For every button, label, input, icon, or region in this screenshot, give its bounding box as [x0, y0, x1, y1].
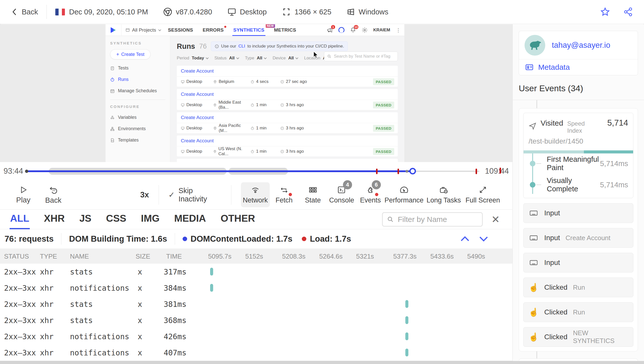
back-button[interactable]: Back	[11, 8, 38, 16]
sidebar-item-manage-schedules[interactable]: Manage Schedules	[110, 85, 165, 97]
playhead-handle[interactable]	[409, 168, 416, 174]
input-event-card[interactable]: Input	[523, 203, 633, 223]
long-tasks-panel-button[interactable]: Long Tasks	[423, 182, 464, 207]
network-panel-button[interactable]: Network	[241, 182, 270, 207]
filter-period-dropdown[interactable]: Today	[192, 56, 208, 61]
user-menu[interactable]: KRAIEM	[373, 28, 390, 33]
run-test-name-link[interactable]: Create Account	[177, 89, 398, 100]
state-panel-button[interactable]: State	[299, 182, 327, 207]
network-tab-xhr[interactable]: XHR	[44, 213, 65, 229]
id-card-icon	[525, 63, 534, 72]
filter-type-dropdown[interactable]: All	[257, 56, 266, 61]
playback-speed-button[interactable]: 3x	[140, 190, 149, 199]
full-screen-button[interactable]: Full Screen	[464, 182, 501, 207]
fetch-alert-dot	[289, 193, 292, 196]
network-table-body: 2xx–3xx xhr stats x 317ms 2xx–3xx xhr no…	[0, 264, 512, 361]
network-tab-media[interactable]: MEDIA	[174, 213, 206, 229]
network-request-row[interactable]: 2xx–3xx xhr notifications x 384ms	[0, 280, 512, 296]
sidebar-item-tests[interactable]: Tests	[110, 62, 165, 74]
sidebar-item-variables[interactable]: Variables	[110, 112, 165, 123]
run-card[interactable]: Create Account Desktop Belgium 4 secs 27…	[177, 66, 398, 87]
run-device: Desktop	[181, 126, 213, 131]
input-event-card[interactable]: InputCreate Account	[523, 228, 633, 248]
network-request-row[interactable]: 2xx–3xx xhr stats x 317ms	[0, 264, 512, 280]
request-type: xhr	[40, 348, 54, 357]
jump-next-button[interactable]	[478, 235, 489, 243]
request-size: x	[138, 284, 142, 292]
filter-value: All	[229, 56, 235, 61]
tab-synthetics[interactable]: SYNTHETICSNEW	[233, 24, 264, 36]
network-request-row[interactable]: 2xx–3xx xhr stats x 368ms	[0, 312, 512, 328]
run-status-badge: PASSED	[373, 102, 394, 108]
events-panel-button[interactable]: Events 6	[356, 182, 385, 207]
back-10-button[interactable]: 10 Back	[41, 185, 66, 204]
run-card[interactable]: Create Account Desktop Asia Pacific (M..…	[177, 112, 398, 133]
request-time: 407ms	[164, 348, 186, 357]
run-card[interactable]: Create Account Desktop Canada (Centra...…	[177, 159, 398, 162]
sidebar-item-templates[interactable]: Templates	[110, 134, 165, 146]
user-avatar	[525, 35, 545, 56]
sidebar-item-runs[interactable]: Runs	[110, 74, 165, 85]
announcements-button[interactable]: 1	[327, 27, 333, 33]
sidebar-item-environments[interactable]: Environments	[110, 123, 165, 134]
network-tabs: ALL XHR JS CSS IMG MEDIA OTHER Filter by…	[0, 210, 512, 229]
network-tab-other[interactable]: OTHER	[220, 213, 255, 229]
timeline-track[interactable]	[26, 167, 480, 176]
request-time: 426ms	[164, 332, 186, 341]
timeline-event-marker[interactable]	[398, 169, 399, 174]
settings-gear-button[interactable]	[362, 27, 368, 33]
filter-status-dropdown[interactable]: All	[229, 56, 238, 61]
tab-metrics[interactable]: METRICS	[274, 24, 296, 36]
notifications-bell-button[interactable]: 13	[350, 27, 356, 33]
timeline-event-marker[interactable]	[476, 169, 477, 174]
share-button[interactable]	[623, 7, 633, 17]
run-card[interactable]: Create Account Desktop Middle East (Ba..…	[177, 89, 398, 110]
test-search-input[interactable]: Search by Test Name or #Tag	[324, 52, 398, 61]
network-request-row[interactable]: 2xx–3xx xhr notifications x 426ms	[0, 328, 512, 345]
filter-device-dropdown[interactable]: All	[288, 56, 298, 61]
divider	[61, 233, 61, 245]
network-table: STATUS TYPE NAME SIZE TIME 5095.7s 5152s…	[0, 248, 512, 361]
run-test-name-link[interactable]: Create Account	[177, 66, 398, 77]
metadata-button[interactable]: Metadata	[519, 59, 638, 75]
end-time-text: 109:44	[485, 167, 509, 175]
tab-sessions[interactable]: SESSIONS	[168, 24, 193, 36]
close-panel-button[interactable]: ✕	[491, 214, 500, 225]
click-event-card[interactable]: ☝ClickedRun	[523, 302, 633, 322]
filter-value: All	[257, 56, 262, 61]
skip-inactivity-toggle[interactable]: ✓ Skip Inactivity	[168, 187, 221, 203]
run-test-name-link[interactable]: Create Account	[177, 159, 398, 162]
click-event-card[interactable]: ☝ClickedRun	[523, 278, 633, 297]
cli-link[interactable]: CLI	[238, 44, 245, 49]
network-tab-all[interactable]: ALL	[10, 213, 29, 229]
performance-panel-button[interactable]: Performance	[385, 182, 423, 207]
network-request-row[interactable]: 2xx–3xx xhr stats x 381ms	[0, 296, 512, 312]
events-label: Events	[360, 196, 381, 204]
tab-errors[interactable]: ERRORS	[203, 24, 224, 36]
network-request-row[interactable]: 2xx–3xx xhr notifications x 407ms	[0, 345, 512, 361]
run-card[interactable]: Create Account Desktop US West (N. Cal..…	[177, 135, 398, 156]
run-test-name-link[interactable]: Create Account	[177, 112, 398, 123]
run-location: Belgium	[213, 79, 251, 84]
project-selector[interactable]: All Projects	[126, 27, 160, 33]
request-name: notifications	[70, 348, 129, 357]
network-tab-js[interactable]: JS	[79, 213, 91, 229]
network-filter-input[interactable]: Filter by Name	[382, 212, 483, 226]
timeline-event-marker[interactable]	[376, 169, 378, 174]
network-tab-img[interactable]: IMG	[141, 213, 160, 229]
play-button[interactable]: Play	[11, 186, 36, 204]
fetch-panel-button[interactable]: Fetch	[270, 182, 299, 207]
user-email-link[interactable]: tahay@asayer.io	[552, 41, 610, 50]
console-panel-button[interactable]: Console 4	[327, 182, 356, 207]
click-event-card[interactable]: ☝ClickedNEW SYNTHETICS	[523, 327, 633, 347]
kebab-menu[interactable]: ⋮	[396, 27, 401, 33]
input-event-card[interactable]: Input	[523, 253, 633, 272]
create-test-button[interactable]: +Create Test	[110, 49, 151, 59]
run-test-name-link[interactable]: Create Account	[177, 135, 398, 146]
create-test-label: Create Test	[121, 52, 144, 57]
jump-previous-button[interactable]	[459, 235, 470, 243]
favorite-star-button[interactable]	[600, 7, 610, 17]
visited-event-card[interactable]: Visited Speed Index 5,714 /test-builder/…	[523, 113, 633, 198]
runs-page: Runs 76 Use our CLI to include your Synt…	[170, 36, 404, 162]
network-tab-css[interactable]: CSS	[106, 213, 126, 229]
